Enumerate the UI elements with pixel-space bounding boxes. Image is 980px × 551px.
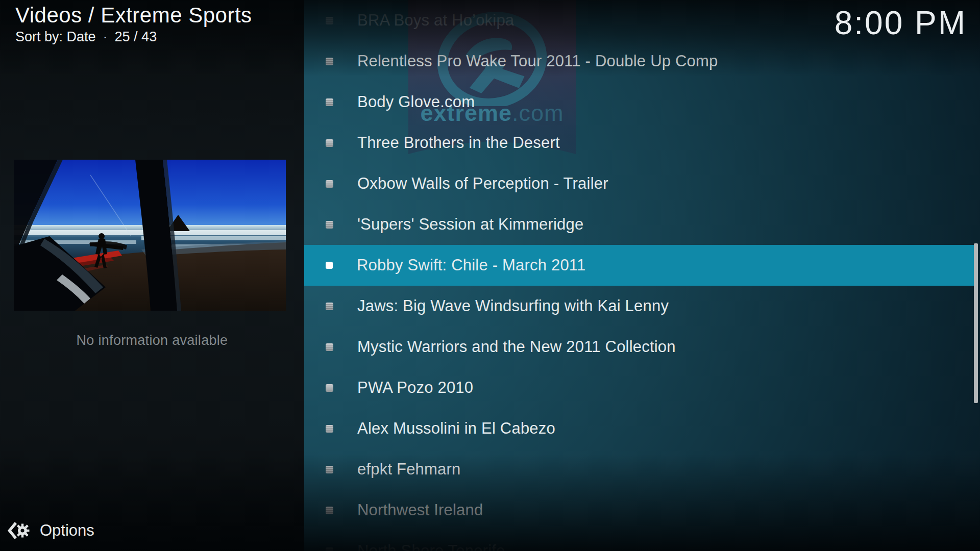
list-bullet-icon bbox=[326, 98, 333, 106]
list-item[interactable]: Jaws: Big Wave Windsurfing with Kai Lenn… bbox=[304, 286, 974, 327]
list-bullet-icon bbox=[326, 547, 333, 551]
clock: 8:00 PM bbox=[835, 4, 967, 42]
list-bullet-icon bbox=[326, 303, 333, 310]
options-icon bbox=[7, 519, 30, 542]
kodi-video-screen: extreme.com BRA Boys at Ho’okipa Relentl… bbox=[0, 0, 980, 551]
list-bullet-icon bbox=[326, 221, 333, 229]
list-item[interactable]: North Shore Tenerife bbox=[304, 531, 974, 551]
video-list: BRA Boys at Ho’okipa Relentless Pro Wake… bbox=[304, 0, 974, 551]
list-item[interactable]: PWA Pozo 2010 bbox=[304, 367, 974, 408]
video-title: BRA Boys at Ho’okipa bbox=[357, 11, 514, 30]
list-bullet-icon bbox=[326, 343, 333, 351]
list-item[interactable]: Mystic Warriors and the New 2011 Collect… bbox=[304, 327, 974, 367]
video-title: Alex Mussolini in El Cabezo bbox=[357, 419, 555, 438]
list-bullet-icon bbox=[326, 58, 333, 65]
video-title: Robby Swift: Chile - March 2011 bbox=[357, 256, 585, 274]
list-item[interactable]: Relentless Pro Wake Tour 2011 - Double U… bbox=[304, 41, 974, 82]
list-bullet-icon bbox=[326, 384, 333, 392]
video-title: Jaws: Big Wave Windsurfing with Kai Lenn… bbox=[357, 297, 669, 315]
sort-by-label: Sort by: Date bbox=[15, 29, 96, 45]
video-title: PWA Pozo 2010 bbox=[357, 379, 473, 397]
list-item[interactable]: efpkt Fehmarn bbox=[304, 449, 974, 490]
list-bullet-icon bbox=[326, 425, 333, 433]
video-title: Oxbow Walls of Perception - Trailer bbox=[357, 174, 608, 193]
header: Videos / Extreme Sports Sort by: Date · … bbox=[15, 3, 252, 45]
list-item[interactable]: Alex Mussolini in El Cabezo bbox=[304, 408, 974, 449]
sort-status: Sort by: Date · 25 / 43 bbox=[15, 29, 252, 45]
list-bullet-icon bbox=[326, 262, 333, 269]
video-title: Northwest Ireland bbox=[357, 501, 483, 519]
options-button[interactable]: Options bbox=[7, 519, 94, 542]
position-indicator: 25 / 43 bbox=[115, 29, 157, 45]
video-title: Three Brothers in the Desert bbox=[357, 134, 560, 152]
no-information-text: No information available bbox=[0, 333, 304, 348]
options-label: Options bbox=[40, 521, 94, 540]
video-title: Body Glove.com bbox=[357, 93, 475, 111]
list-bullet-icon bbox=[326, 180, 333, 188]
list-item[interactable]: 'Supers' Session at Kimmeridge bbox=[304, 204, 974, 245]
list-item[interactable]: Northwest Ireland bbox=[304, 490, 974, 531]
video-thumbnail bbox=[14, 160, 286, 311]
separator-dot: · bbox=[103, 29, 108, 45]
list-bullet-icon bbox=[326, 466, 333, 473]
list-item[interactable]: Body Glove.com bbox=[304, 82, 974, 122]
list-bullet-icon bbox=[326, 507, 333, 514]
list-item[interactable]: Robby Swift: Chile - March 2011 bbox=[304, 245, 974, 286]
page-title: Videos / Extreme Sports bbox=[15, 3, 252, 28]
video-title: Mystic Warriors and the New 2011 Collect… bbox=[357, 338, 676, 356]
video-title: North Shore Tenerife bbox=[357, 542, 505, 551]
scrollbar-thumb[interactable] bbox=[974, 243, 978, 403]
video-title: 'Supers' Session at Kimmeridge bbox=[357, 215, 583, 234]
list-bullet-icon bbox=[326, 139, 333, 147]
list-item[interactable]: Three Brothers in the Desert bbox=[304, 122, 974, 163]
list-item[interactable]: Oxbow Walls of Perception - Trailer bbox=[304, 163, 974, 204]
video-title: Relentless Pro Wake Tour 2011 - Double U… bbox=[357, 52, 718, 70]
video-title: efpkt Fehmarn bbox=[357, 460, 460, 479]
list-bullet-icon bbox=[326, 17, 333, 24]
